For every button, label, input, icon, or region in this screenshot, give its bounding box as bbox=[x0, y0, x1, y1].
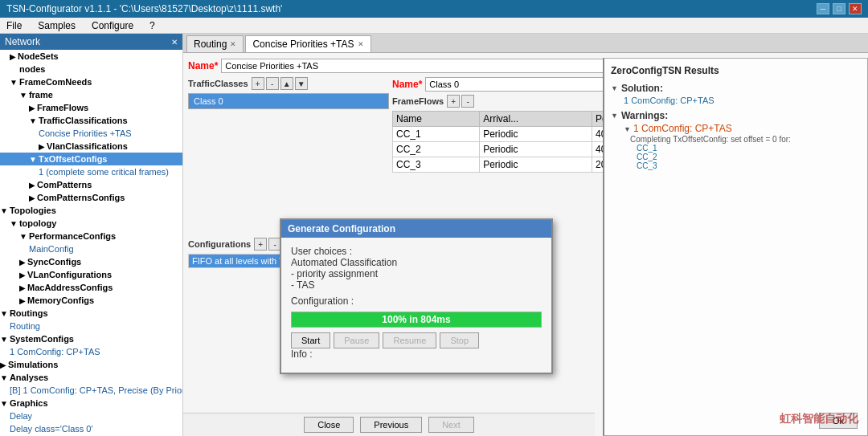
sidebar-item-memoryconfigs[interactable]: ▶MemoryConfigs bbox=[0, 294, 182, 307]
tree-icon-vlanconfigs: ▶ bbox=[19, 271, 26, 279]
sidebar-item-frameflows[interactable]: ▶FrameFlows bbox=[0, 101, 182, 114]
tree-label-performanceconfigs: PerformanceConfigs bbox=[29, 231, 116, 241]
tree-icon-syncconfigs: ▶ bbox=[19, 258, 26, 267]
tree-label-concise: Concise Priorities +TAS bbox=[39, 128, 132, 138]
sidebar-item-compatternsconfigs[interactable]: ▶ComPatternsConfigs bbox=[0, 191, 182, 204]
sidebar-item-txoffset[interactable]: ▼TxOffsetConfigs bbox=[0, 153, 182, 165]
tree-icon-topologies: ▼ bbox=[0, 206, 8, 215]
maximize-button[interactable]: □ bbox=[833, 3, 845, 14]
progress-bar: 100% in 804ms bbox=[292, 312, 541, 327]
sidebar-item-concise[interactable]: Concise Priorities +TAS bbox=[0, 127, 182, 140]
stop-button[interactable]: Stop bbox=[440, 332, 479, 348]
tree-icon-frame: ▼ bbox=[19, 91, 27, 100]
dialog-title-text: Generate Configuration bbox=[288, 223, 395, 234]
tree-icon-vlan: ▶ bbox=[39, 142, 45, 151]
tree-icon-graphics: ▼ bbox=[0, 399, 8, 408]
tree-icon-framecomneeds: ▼ bbox=[10, 78, 18, 87]
dialog-body: User choices : Automated Classification … bbox=[281, 238, 551, 373]
user-choices-section: User choices : Automated Classification … bbox=[291, 246, 542, 291]
sidebar-item-macaddress[interactable]: ▶MacAddressConfigs bbox=[0, 281, 182, 294]
sidebar-close-button[interactable]: ✕ bbox=[171, 38, 178, 47]
sidebar-item-vlan[interactable]: ▶VlanClassifications bbox=[0, 140, 182, 153]
tree-label-vlanconfigs: VLanConfigurations bbox=[27, 270, 112, 279]
tree-icon-systemconfigs: ▼ bbox=[0, 335, 8, 344]
sidebar-item-syncconfigs[interactable]: ▶SyncConfigs bbox=[0, 255, 182, 268]
sidebar-item-systemconfigs[interactable]: ▼SystemConfigs bbox=[0, 332, 182, 345]
start-button[interactable]: Start bbox=[291, 332, 330, 348]
sidebar-item-analyses[interactable]: ▼Analyses bbox=[0, 371, 182, 384]
tree-label-vlan: VlanClassifications bbox=[47, 141, 128, 151]
sidebar-item-delayclass[interactable]: Delay class='Class 0' bbox=[0, 422, 182, 435]
menu-help[interactable]: ? bbox=[146, 19, 158, 32]
sidebar-item-comprequirements[interactable]: ▶ComPatterns bbox=[0, 178, 182, 191]
tree-icon-macaddress: ▶ bbox=[19, 283, 26, 292]
menu-configure[interactable]: Configure bbox=[88, 19, 137, 32]
sidebar-item-simulations[interactable]: ▶Simulations bbox=[0, 358, 182, 371]
generate-config-dialog: Generate Configuration User choices : Au… bbox=[280, 218, 553, 374]
tree-label-analyses: Analyses bbox=[10, 373, 48, 382]
main-layout: Network ✕ ▶NodeSetsnodes▼FrameComNeeds▼f… bbox=[0, 34, 868, 436]
dialog-buttons: Start Pause Resume Stop bbox=[291, 332, 542, 348]
tree-icon-frameflows: ▶ bbox=[29, 104, 35, 112]
tree-label-routing: Routing bbox=[10, 321, 40, 331]
close-button[interactable]: ✕ bbox=[849, 3, 862, 14]
tree-label-txoffset: TxOffsetConfigs bbox=[39, 154, 108, 164]
info-section: Info : bbox=[291, 348, 542, 360]
sidebar-item-vlanconfigs[interactable]: ▶VLanConfigurations bbox=[0, 268, 182, 281]
sidebar-item-txoffset1[interactable]: 1 (complete some critical frames) bbox=[0, 165, 182, 178]
tree-label-simulations: Simulations bbox=[8, 360, 58, 369]
sidebar-tree: ▶NodeSetsnodes▼FrameComNeeds▼frame▶Frame… bbox=[0, 50, 182, 436]
title-text: TSN-Configurator v1.1.1 - 'C:\Users\8152… bbox=[6, 3, 282, 14]
sidebar-item-nodes[interactable]: nodes bbox=[0, 63, 182, 75]
tree-label-delay: Delay bbox=[10, 411, 32, 421]
tree-label-delayclass: Delay class='Class 0' bbox=[10, 424, 93, 434]
minimize-button[interactable]: ─ bbox=[817, 3, 829, 14]
menu-file[interactable]: File bbox=[3, 19, 25, 32]
sidebar-item-frame[interactable]: ▼frame bbox=[0, 88, 182, 101]
dialog-overlay: Generate Configuration User choices : Au… bbox=[183, 34, 868, 436]
tree-label-memoryconfigs: MemoryConfigs bbox=[27, 295, 94, 305]
sidebar-item-performanceconfigs[interactable]: ▼PerformanceConfigs bbox=[0, 230, 182, 242]
tree-label-graphics: Graphics bbox=[10, 398, 48, 408]
sidebar-item-routing[interactable]: Routing bbox=[0, 320, 182, 332]
tree-icon-trafficclassifications: ▼ bbox=[29, 116, 37, 125]
configuration-label: Configuration : bbox=[291, 295, 542, 307]
pause-button[interactable]: Pause bbox=[334, 332, 379, 348]
sidebar-item-comconfig[interactable]: 1 ComConfig: CP+TAS bbox=[0, 345, 182, 358]
sidebar-item-framecomneeds[interactable]: ▼FrameComNeeds bbox=[0, 75, 182, 88]
tree-icon-simulations: ▶ bbox=[0, 361, 6, 369]
tree-label-routings: Routings bbox=[10, 308, 48, 318]
sidebar-item-nodesets[interactable]: ▶NodeSets bbox=[0, 50, 182, 63]
tree-label-compatternsconfigs: ComPatternsConfigs bbox=[37, 193, 125, 202]
configuration-section: Configuration : 100% in 804ms bbox=[291, 295, 542, 328]
sidebar-item-delay[interactable]: Delay bbox=[0, 410, 182, 422]
choice-1: - priority assignment bbox=[291, 268, 542, 279]
sidebar-item-graphics[interactable]: ▼Graphics bbox=[0, 397, 182, 410]
tree-label-frameflows: FrameFlows bbox=[37, 103, 88, 112]
content-area: Routing ✕ Concise Priorities +TAS ✕ Name… bbox=[183, 34, 868, 436]
tree-icon-nodesets: ▶ bbox=[10, 52, 16, 61]
tree-label-nodes: nodes bbox=[19, 64, 45, 74]
sidebar-item-routings[interactable]: ▼Routings bbox=[0, 307, 182, 320]
tree-icon-txoffset: ▼ bbox=[29, 155, 37, 164]
tree-label-txoffset1: 1 (complete some critical frames) bbox=[39, 167, 169, 177]
sidebar-item-analyses1[interactable]: [B] 1 ComConfig: CP+TAS, Precise (By Pri… bbox=[0, 384, 182, 397]
tree-icon-analyses: ▼ bbox=[0, 373, 8, 382]
tree-label-framecomneeds: FrameComNeeds bbox=[19, 77, 92, 87]
title-bar: TSN-Configurator v1.1.1 - 'C:\Users\8152… bbox=[0, 0, 868, 18]
progress-label: 100% in 804ms bbox=[382, 314, 450, 325]
menu-samples[interactable]: Samples bbox=[35, 19, 79, 32]
sidebar: Network ✕ ▶NodeSetsnodes▼FrameComNeeds▼f… bbox=[0, 34, 183, 436]
tree-label-comprequirements: ComPatterns bbox=[37, 180, 92, 189]
sidebar-item-topologies[interactable]: ▼Topologies bbox=[0, 204, 182, 217]
resume-button[interactable]: Resume bbox=[383, 332, 436, 348]
sidebar-item-topology[interactable]: ▼topology bbox=[0, 217, 182, 230]
sidebar-item-mainconfig[interactable]: MainConfig bbox=[0, 242, 182, 255]
choice-2: - TAS bbox=[291, 279, 542, 291]
tree-label-frame: frame bbox=[29, 90, 53, 100]
sidebar-title: Network bbox=[5, 36, 40, 47]
window-controls: ─ □ ✕ bbox=[817, 3, 862, 14]
tree-label-topologies: Topologies bbox=[10, 206, 56, 215]
sidebar-item-trafficclassifications[interactable]: ▼TrafficClassifications bbox=[0, 114, 182, 127]
menu-bar: File Samples Configure ? bbox=[0, 18, 868, 34]
